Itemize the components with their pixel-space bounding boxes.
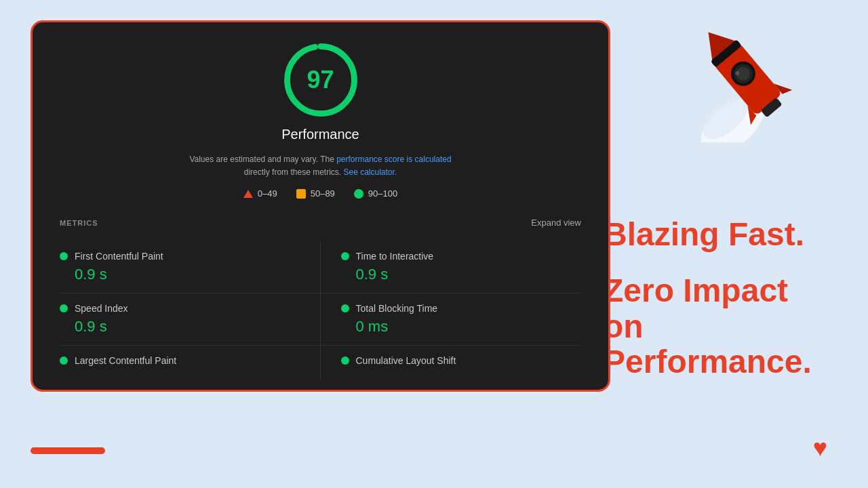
fcp-label: First Contentful Paint	[75, 251, 163, 262]
lcp-status-dot	[60, 357, 68, 365]
metric-fcp: First Contentful Paint 0.9 s	[60, 241, 321, 293]
metrics-grid: First Contentful Paint 0.9 s Time to Int…	[60, 241, 581, 380]
rocket-container	[692, 7, 814, 142]
metrics-title: METRICS	[60, 219, 98, 227]
see-calculator-link[interactable]: See calculator.	[343, 167, 397, 177]
zero-impact-text: Zero Impact on Performance.	[604, 273, 834, 380]
metric-cls: Cumulative Layout Shift	[321, 346, 582, 380]
bottom-bar	[31, 447, 105, 454]
score-number: 97	[307, 66, 334, 94]
rocket-icon	[692, 7, 814, 142]
legend-green-range: 90–100	[368, 188, 397, 199]
tbt-status-dot	[341, 304, 349, 312]
orange-square-icon	[296, 189, 306, 199]
si-status-dot	[60, 304, 68, 312]
metric-lcp: Largest Contentful Paint	[60, 346, 321, 380]
tbt-value: 0 ms	[341, 318, 582, 336]
tbt-label: Total Blocking Time	[356, 303, 438, 314]
legend-red-range: 0–49	[258, 188, 277, 199]
tti-label: Time to Interactive	[356, 251, 434, 262]
metrics-header: METRICS Expand view	[60, 218, 581, 229]
cls-label: Cumulative Layout Shift	[356, 355, 456, 366]
cls-status-dot	[341, 357, 349, 365]
right-text-container: Blazing Fast. Zero Impact on Performance…	[604, 217, 834, 380]
si-label: Speed Index	[75, 303, 128, 314]
legend-item-orange: 50–89	[296, 188, 335, 199]
metric-tti: Time to Interactive 0.9 s	[321, 241, 582, 293]
expand-view-button[interactable]: Expand view	[531, 218, 581, 228]
fcp-value: 0.9 s	[60, 266, 300, 283]
score-label: Performance	[281, 127, 359, 142]
main-card: 97 Performance Values are estimated and …	[31, 20, 610, 392]
metrics-container: METRICS Expand view First Contentful Pai…	[60, 218, 581, 380]
legend-orange-range: 50–89	[311, 188, 335, 199]
blazing-fast-text: Blazing Fast.	[604, 217, 834, 253]
score-description: Values are estimated and may vary. The p…	[189, 153, 451, 179]
green-circle-icon	[354, 189, 363, 199]
red-triangle-icon	[243, 190, 253, 198]
metric-tbt: Total Blocking Time 0 ms	[321, 293, 582, 346]
legend-item-red: 0–49	[243, 188, 277, 199]
legend-item-green: 90–100	[354, 188, 397, 199]
legend: 0–49 50–89 90–100	[243, 188, 397, 199]
score-circle: 97	[283, 43, 358, 117]
fcp-status-dot	[60, 252, 68, 260]
si-value: 0.9 s	[60, 318, 300, 336]
score-section: 97 Performance	[281, 43, 359, 142]
score-calc-link[interactable]: performance score is calculated	[336, 155, 451, 164]
tti-value: 0.9 s	[341, 266, 582, 283]
heart-icon: ♥	[813, 434, 827, 462]
tti-status-dot	[341, 252, 349, 260]
lcp-label: Largest Contentful Paint	[75, 355, 176, 366]
metric-si: Speed Index 0.9 s	[60, 293, 321, 346]
